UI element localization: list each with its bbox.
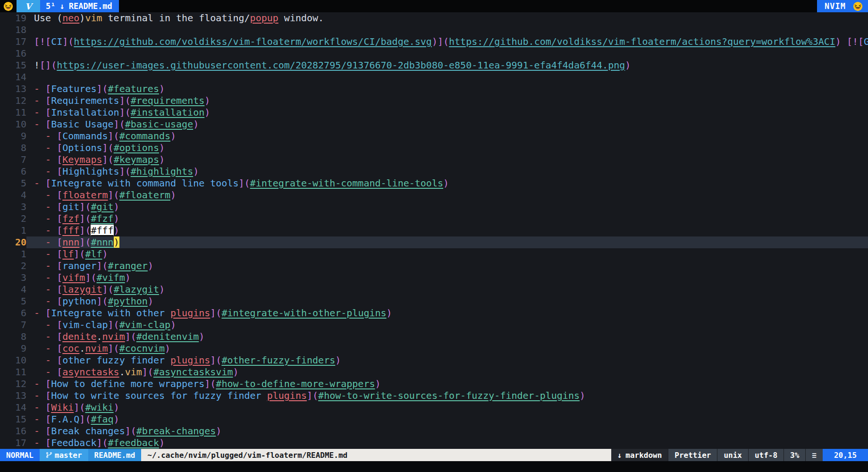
line-number: 2 xyxy=(0,213,26,225)
editor-line[interactable]: 15- [F.A.Q](#faq) xyxy=(0,413,868,425)
line-code: - [git](#git) xyxy=(26,201,868,213)
line-code: - [Features](#features) xyxy=(26,83,868,95)
line-number: 15 xyxy=(0,59,26,71)
git-branch-icon xyxy=(46,451,52,459)
editor-buffer[interactable]: 19Use (neo)vim terminal in the floating/… xyxy=(0,12,868,449)
editor-line[interactable]: 14 xyxy=(0,71,868,83)
editor-line[interactable]: 4 - [floaterm](#floaterm) xyxy=(0,189,868,201)
filetype-segment: ↓ markdown xyxy=(611,449,668,461)
scroll-percent: 3% xyxy=(784,449,805,461)
line-number: 6 xyxy=(0,307,26,319)
command-line[interactable] xyxy=(0,461,868,472)
formatter-indicator: Prettier xyxy=(668,449,717,461)
line-code: - [F.A.Q](#faq) xyxy=(26,413,868,425)
line-number: 1 xyxy=(0,248,26,260)
line-code: - [Basic Usage](#basic-usage) xyxy=(26,118,868,130)
line-number: 4 xyxy=(0,189,26,201)
editor-line[interactable]: 10- [Basic Usage](#basic-usage) xyxy=(0,118,868,130)
editor-line[interactable]: 3 - [git](#git) xyxy=(0,201,868,213)
line-number: 6 xyxy=(0,166,26,177)
line-code: - [other fuzzy finder plugins](#other-fu… xyxy=(26,354,868,366)
smiley-emoji-right xyxy=(850,1,866,11)
line-code: - [How to define more wrappers](#how-to-… xyxy=(26,378,868,390)
encoding-indicator: utf-8 xyxy=(748,449,784,461)
line-number: 17 xyxy=(0,36,26,48)
line-code: - [Keymaps](#keymaps) xyxy=(26,154,868,166)
markdown-file-icon: ↓ xyxy=(59,1,64,11)
editor-line[interactable]: 12- [Requirements](#requirements) xyxy=(0,95,868,107)
line-number: 9 xyxy=(0,343,26,354)
editor-line[interactable]: 13- [Features](#features) xyxy=(0,83,868,95)
vim-logo-tab[interactable]: V xyxy=(17,0,40,12)
editor-line[interactable]: 11- [Installation](#installation) xyxy=(0,107,868,118)
editor-line[interactable]: 1 - [fff](#fff) xyxy=(0,225,868,236)
editor-line[interactable]: 13- [How to write sources for fuzzy find… xyxy=(0,390,868,402)
line-code: - [Feedback](#feedback) xyxy=(26,437,868,449)
line-code: - [Highlights](#highlights) xyxy=(26,166,868,177)
editor-line[interactable]: 3 - [vifm](#vifm) xyxy=(0,272,868,284)
editor-line[interactable]: 15![](https://user-images.githubusercont… xyxy=(0,59,868,71)
git-branch-name: master xyxy=(55,451,82,460)
line-code: [![CI](https://github.com/voldikss/vim-f… xyxy=(26,36,868,48)
editor-line-cursor[interactable]: 20 - [nnn](#nnn) xyxy=(0,236,868,248)
editor-line[interactable]: 16 xyxy=(0,48,868,59)
markdown-filetype-icon: ↓ xyxy=(617,451,622,460)
tab-readme[interactable]: 5¹ ↓ README.md xyxy=(40,0,119,12)
line-number: 7 xyxy=(0,319,26,331)
editor-line[interactable]: 17- [Feedback](#feedback) xyxy=(0,437,868,449)
line-number: 12 xyxy=(0,378,26,390)
line-code: - [fff](#fff) xyxy=(26,225,868,236)
line-number: 11 xyxy=(0,107,26,118)
editor-line[interactable]: 19Use (neo)vim terminal in the floating/… xyxy=(0,12,868,24)
line-number: 16 xyxy=(0,425,26,437)
editor-line[interactable]: 17[![CI](https://github.com/voldikss/vim… xyxy=(0,36,868,48)
editor-line[interactable]: 8 - [denite.nvim](#denitenvim) xyxy=(0,331,868,343)
line-number: 4 xyxy=(0,284,26,295)
line-number: 1 xyxy=(0,225,26,236)
editor-line[interactable]: 9 - [coc.nvim](#cocnvim) xyxy=(0,343,868,354)
editor-line[interactable]: 5- [Integrate with command line tools](#… xyxy=(0,177,868,189)
cursor-position: 20,15 xyxy=(823,449,868,461)
nvim-badge: NVIM xyxy=(817,0,868,12)
editor-line[interactable]: 6- [Integrate with other plugins](#integ… xyxy=(0,307,868,319)
editor-line[interactable]: 1 - [lf](#lf) xyxy=(0,248,868,260)
line-number: 11 xyxy=(0,366,26,378)
editor-line[interactable]: 4 - [lazygit](#lazygit) xyxy=(0,284,868,295)
editor-line[interactable]: 2 - [fzf](#fzf) xyxy=(0,213,868,225)
statusline-filename: README.md xyxy=(88,449,142,461)
editor-line[interactable]: 8 - [Options](#options) xyxy=(0,142,868,154)
editor-line[interactable]: 6 - [Highlights](#highlights) xyxy=(0,166,868,177)
line-number: 12 xyxy=(0,95,26,107)
editor-line[interactable]: 9 - [Commands](#commands) xyxy=(0,130,868,142)
editor-line[interactable]: 16- [Break changes](#break-changes) xyxy=(0,425,868,437)
editor-line[interactable]: 7 - [Keymaps](#keymaps) xyxy=(0,154,868,166)
statusline: NORMAL master README.md ~/.cache/nvim/pl… xyxy=(0,449,868,461)
tabline-fill xyxy=(119,0,817,12)
line-code: - [coc.nvim](#cocnvim) xyxy=(26,343,868,354)
line-code: - [Requirements](#requirements) xyxy=(26,95,868,107)
editor-line[interactable]: 2 - [ranger](#ranger) xyxy=(0,260,868,272)
line-code: - [vifm](#vifm) xyxy=(26,272,868,284)
line-number: 14 xyxy=(0,402,26,413)
tabline: V 5¹ ↓ README.md NVIM xyxy=(0,0,868,12)
line-code: - [denite.nvim](#denitenvim) xyxy=(26,331,868,343)
line-number: 5 xyxy=(0,177,26,189)
line-code: - [asynctasks.vim](#asynctasksvim) xyxy=(26,366,868,378)
line-code: - [Installation](#installation) xyxy=(26,107,868,118)
line-number: 19 xyxy=(0,12,26,24)
editor-line[interactable]: 10 - [other fuzzy finder plugins](#other… xyxy=(0,354,868,366)
editor-line[interactable]: 14- [Wiki](#wiki) xyxy=(0,402,868,413)
editor-line[interactable]: 18 xyxy=(0,24,868,36)
line-number: 10 xyxy=(0,118,26,130)
editor-line[interactable]: 5 - [python](#python) xyxy=(0,295,868,307)
editor-line[interactable]: 7 - [vim-clap](#vim-clap) xyxy=(0,319,868,331)
editor-line[interactable]: 11 - [asynctasks.vim](#asynctasksvim) xyxy=(0,366,868,378)
line-number: 17 xyxy=(0,437,26,449)
editor-line[interactable]: 12- [How to define more wrappers](#how-t… xyxy=(0,378,868,390)
tab-number: 5¹ xyxy=(46,1,55,11)
tab-label: README.md xyxy=(69,1,112,11)
line-code: - [How to write sources for fuzzy finder… xyxy=(26,390,868,402)
line-code: - [vim-clap](#vim-clap) xyxy=(26,319,868,331)
fileformat-indicator: unix xyxy=(717,449,748,461)
line-code: - [python](#python) xyxy=(26,295,868,307)
